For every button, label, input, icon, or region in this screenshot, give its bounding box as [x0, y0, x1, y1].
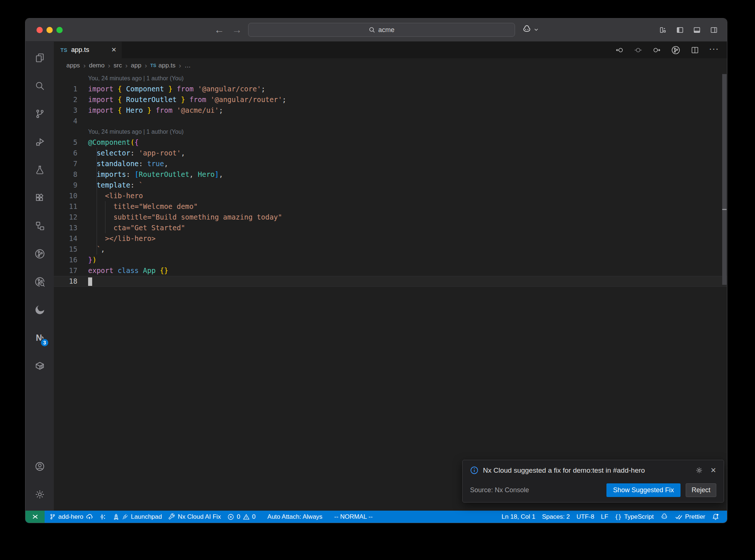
- status-auto-attach[interactable]: Auto Attach: Always: [264, 513, 326, 521]
- warning-icon: [243, 514, 250, 520]
- notification-close-icon[interactable]: ✕: [710, 466, 716, 475]
- line-number: 13: [54, 223, 77, 233]
- window-minimize-button[interactable]: [46, 27, 53, 33]
- tab-app-ts[interactable]: TS app.ts ✕: [54, 42, 122, 58]
- warning-count: 0: [252, 513, 255, 521]
- status-encoding[interactable]: UTF-8: [573, 513, 598, 521]
- line-number: 7: [54, 158, 77, 169]
- breadcrumb-item[interactable]: …: [184, 62, 191, 69]
- codelens-blame-line[interactable]: You, 24 minutes ago | 1 author (You): [54, 73, 727, 84]
- code-line: 3import { Hero } from '@acme/ui';: [54, 105, 727, 116]
- line-number: 10: [54, 190, 77, 201]
- line-number: 1: [54, 84, 77, 94]
- status-copilot[interactable]: [657, 513, 672, 521]
- line-number: 8: [54, 169, 77, 180]
- project-hierarchy-icon[interactable]: [25, 212, 54, 240]
- remote-icon: [32, 513, 39, 520]
- gitlens-inspect-icon[interactable]: [25, 268, 54, 296]
- code-line: 6 selector: 'app-root',: [54, 148, 727, 158]
- status-notifications[interactable]: [709, 513, 723, 521]
- status-nx-cloud-fix[interactable]: Nx Cloud AI Fix: [165, 513, 224, 521]
- nx-badge: 3: [40, 338, 49, 347]
- error-icon: [227, 514, 234, 520]
- copilot-swirl-icon[interactable]: [25, 296, 54, 324]
- tab-close-icon[interactable]: ✕: [111, 46, 116, 54]
- status-launchpad[interactable]: Launchpad: [109, 513, 165, 521]
- breadcrumb-item[interactable]: apps: [66, 62, 80, 69]
- code-line: 7 standalone: true,: [54, 158, 727, 169]
- tab-bar: TS app.ts ✕: [54, 42, 727, 58]
- search-value: acme: [378, 26, 394, 34]
- accounts-icon[interactable]: [25, 452, 54, 480]
- show-suggested-fix-button[interactable]: Show Suggested Fix: [606, 483, 681, 497]
- copilot-icon: [522, 24, 532, 35]
- code-line: 17export class App {}: [54, 265, 727, 276]
- titlebar: ← → acme: [25, 18, 727, 42]
- status-bar: add-hero Launchpad: [25, 511, 727, 523]
- status-line-col[interactable]: Ln 18, Col 1: [498, 513, 539, 521]
- copilot-menu-button[interactable]: [522, 24, 539, 35]
- breadcrumb-separator-icon: ›: [83, 62, 86, 70]
- launchpad-label: Launchpad: [131, 513, 162, 521]
- code-line: 11 title="Welcmoe demo": [54, 201, 727, 212]
- bell-icon: [712, 513, 719, 521]
- code-line: 8 imports: [RouterOutlet, Hero],: [54, 169, 727, 180]
- settings-gear-icon[interactable]: [25, 480, 54, 508]
- breadcrumb-item[interactable]: src: [114, 62, 122, 69]
- notification-settings-gear-icon[interactable]: [695, 466, 703, 474]
- window-zoom-button[interactable]: [56, 27, 63, 33]
- text-cursor: [88, 277, 92, 286]
- remote-indicator[interactable]: [25, 511, 45, 523]
- status-eol[interactable]: LF: [598, 513, 612, 521]
- editor-scrollbar[interactable]: [722, 74, 727, 285]
- toggle-panel-icon[interactable]: [693, 26, 701, 34]
- run-debug-icon[interactable]: [25, 128, 54, 156]
- nx-console-icon[interactable]: N› 3: [25, 324, 54, 352]
- status-indentation[interactable]: Spaces: 2: [539, 513, 573, 521]
- explorer-icon[interactable]: [25, 44, 54, 72]
- status-problems[interactable]: 0 0: [224, 513, 259, 521]
- typescript-file-icon: TS: [150, 63, 156, 68]
- breadcrumb-item[interactable]: app: [131, 62, 141, 69]
- codelens-blame-line[interactable]: You, 24 minutes ago | 1 author (You): [54, 126, 727, 137]
- status-language[interactable]: {} TypeScript: [612, 513, 657, 521]
- navigate-back-button[interactable]: ←: [214, 25, 224, 35]
- status-vim-mode[interactable]: -- NORMAL --: [331, 513, 376, 521]
- split-editor-icon[interactable]: [690, 46, 699, 55]
- line-number: 3: [54, 105, 77, 116]
- code-editor[interactable]: You, 24 minutes ago | 1 author (You)1imp…: [54, 73, 727, 511]
- line-number: 4: [54, 116, 77, 126]
- toggle-secondary-sidebar-icon[interactable]: [710, 26, 718, 34]
- status-branch[interactable]: add-hero: [46, 513, 96, 521]
- containers-icon[interactable]: [25, 352, 54, 380]
- copilot-status-icon: [660, 513, 668, 521]
- code-line: 16}): [54, 255, 727, 265]
- code-line: 12 subtitle="Build something amazing tod…: [54, 212, 727, 223]
- line-number: 12: [54, 212, 77, 223]
- next-change-icon[interactable]: [652, 46, 661, 55]
- line-number: 18: [54, 276, 77, 287]
- compare-changes-icon[interactable]: [634, 46, 643, 55]
- nx-fix-label: Nx Cloud AI Fix: [178, 513, 221, 521]
- status-commit-graph[interactable]: [96, 514, 109, 520]
- previous-change-icon[interactable]: [615, 46, 624, 55]
- customize-layout-icon[interactable]: [659, 26, 667, 34]
- git-branch-icon: [49, 514, 56, 520]
- window-close-button[interactable]: [36, 27, 43, 33]
- toggle-primary-sidebar-icon[interactable]: [676, 26, 684, 34]
- breadcrumb-item[interactable]: TSapp.ts: [150, 62, 175, 69]
- code-line: 10 <lib-hero: [54, 190, 727, 201]
- gitlens-graph-icon[interactable]: [25, 240, 54, 268]
- breadcrumb-item[interactable]: demo: [89, 62, 105, 69]
- gitlens-file-graph-icon[interactable]: [671, 45, 681, 55]
- code-line: 4: [54, 116, 727, 126]
- reject-button[interactable]: Reject: [686, 483, 716, 497]
- command-center-search[interactable]: acme: [248, 23, 515, 37]
- tab-label: app.ts: [71, 46, 89, 54]
- search-sidebar-icon[interactable]: [25, 72, 54, 100]
- source-control-icon[interactable]: [25, 100, 54, 128]
- extensions-icon[interactable]: [25, 184, 54, 212]
- testing-icon[interactable]: [25, 156, 54, 184]
- status-formatter[interactable]: Prettier: [672, 513, 709, 521]
- navigate-forward-button[interactable]: →: [232, 25, 242, 35]
